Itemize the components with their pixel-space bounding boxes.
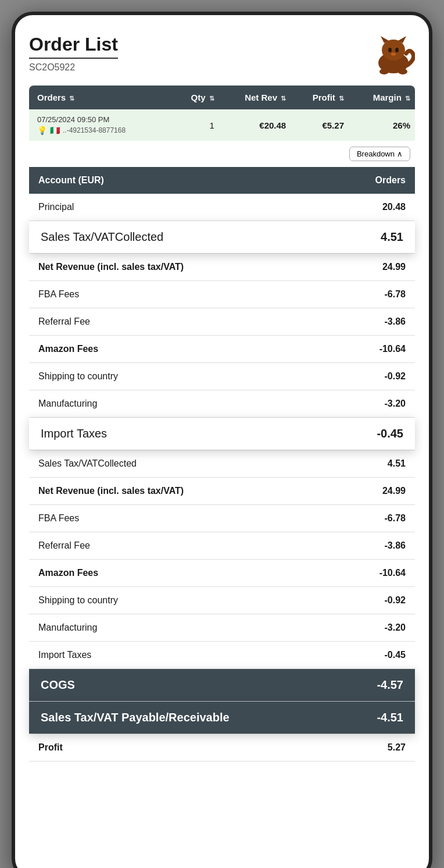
orders-table: Orders ⇅ Qty ⇅ Net Rev ⇅ Profit ⇅ (29, 86, 415, 167)
cat-icon (368, 34, 415, 74)
breakdown-button[interactable]: Breakdown ∧ (349, 147, 410, 161)
breakdown-value: -10.64 (342, 336, 415, 363)
breakdown-value: -4.51 (342, 702, 415, 734)
sort-arrow-orders: ⇅ (69, 95, 74, 102)
list-item: Sales Tax/VATCollected 4.51 (29, 221, 415, 254)
list-item: Sales Tax/VATCollected 4.51 (29, 450, 415, 478)
breakdown-label: Shipping to country (29, 587, 342, 614)
order-info: 07/25/2024 09:50 PM 💡 🇮🇹 ..-4921534-8877… (29, 109, 173, 141)
breakdown-label: Import Taxes (29, 642, 342, 669)
list-item: Import Taxes -0.45 (29, 418, 415, 450)
flag-icon: 🇮🇹 (50, 126, 60, 135)
order-meta: 💡 🇮🇹 ..-4921534-8877168 (37, 126, 168, 135)
breakdown-value: 24.99 (342, 478, 415, 505)
breakdown-label: Profit (29, 734, 342, 762)
breakdown-label: Sales Tax/VATCollected (29, 450, 342, 478)
list-item: Import Taxes -0.45 (29, 642, 415, 669)
svg-point-8 (398, 69, 407, 74)
breakdown-row: Breakdown ∧ (29, 141, 415, 167)
table-row: 07/25/2024 09:50 PM 💡 🇮🇹 ..-4921534-8877… (29, 109, 415, 141)
bulb-icon: 💡 (37, 126, 47, 135)
breakdown-label: FBA Fees (29, 281, 342, 308)
list-item: Shipping to country -0.92 (29, 363, 415, 390)
list-item: FBA Fees -6.78 (29, 281, 415, 308)
breakdown-value: -3.20 (342, 390, 415, 418)
breakdown-table: Account (EUR) Orders Principal 20.48 Sal… (29, 167, 415, 762)
breakdown-value: -0.45 (342, 642, 415, 669)
list-item: FBA Fees -6.78 (29, 505, 415, 532)
breakdown-value: -0.92 (342, 363, 415, 390)
breakdown-value: 24.99 (342, 254, 415, 281)
breakdown-value: -3.86 (342, 532, 415, 560)
phone-frame: Order List SC2O5922 (12, 12, 432, 868)
breakdown-value: -6.78 (342, 505, 415, 532)
sort-arrow-margin: ⇅ (405, 95, 410, 102)
order-profit: €5.27 (291, 109, 349, 141)
breakdown-label: Amazon Fees (29, 336, 342, 363)
sort-arrow-qty: ⇅ (209, 95, 214, 102)
list-item: Sales Tax/VAT Payable/Receivable -4.51 (29, 702, 415, 734)
chevron-up-icon: ∧ (397, 150, 403, 158)
breakdown-value: 5.27 (342, 734, 415, 762)
breakdown-header: Account (EUR) Orders (29, 167, 415, 194)
breakdown-value: 4.51 (342, 221, 415, 254)
breakdown-label: Referral Fee (29, 308, 342, 336)
breakdown-label: Net Revenue (incl. sales tax/VAT) (29, 254, 342, 281)
svg-point-4 (388, 48, 392, 52)
sort-arrow-netrev: ⇅ (281, 95, 286, 102)
list-item: Amazon Fees -10.64 (29, 560, 415, 587)
list-item: Manufacturing -3.20 (29, 390, 415, 418)
header-row: Order List SC2O5922 (29, 34, 415, 83)
order-margin: 26% (349, 109, 415, 141)
breakdown-col-account: Account (EUR) (29, 167, 342, 194)
breakdown-value: -0.45 (342, 418, 415, 450)
breakdown-value: -10.64 (342, 560, 415, 587)
col-profit: Profit ⇅ (291, 86, 349, 109)
breakdown-label: Net Revenue (incl. sales tax/VAT) (29, 478, 342, 505)
breakdown-label: Referral Fee (29, 532, 342, 560)
list-item: Principal 20.48 (29, 194, 415, 221)
orders-table-header: Orders ⇅ Qty ⇅ Net Rev ⇅ Profit ⇅ (29, 86, 415, 109)
list-item: Net Revenue (incl. sales tax/VAT) 24.99 (29, 254, 415, 281)
col-qty: Qty ⇅ (173, 86, 219, 109)
breakdown-value: 4.51 (342, 450, 415, 478)
breakdown-label: Shipping to country (29, 363, 342, 390)
breakdown-value: 20.48 (342, 194, 415, 221)
breakdown-label: Import Taxes (29, 418, 342, 450)
svg-point-6 (391, 53, 396, 56)
phone-number: ..-4921534-8877168 (63, 126, 126, 134)
svg-point-5 (395, 48, 399, 52)
list-item: Profit 5.27 (29, 734, 415, 762)
breakdown-label: Amazon Fees (29, 560, 342, 587)
breakdown-label: Manufacturing (29, 390, 342, 418)
breakdown-value: -6.78 (342, 281, 415, 308)
order-qty: 1 (173, 109, 219, 141)
order-date: 07/25/2024 09:50 PM (37, 115, 168, 124)
col-margin: Margin ⇅ (349, 86, 415, 109)
breakdown-value: -3.20 (342, 614, 415, 642)
breakdown-value: -0.92 (342, 587, 415, 614)
breakdown-label: Principal (29, 194, 342, 221)
col-net-rev: Net Rev ⇅ (219, 86, 291, 109)
list-item: Amazon Fees -10.64 (29, 336, 415, 363)
col-orders: Orders ⇅ (29, 86, 173, 109)
svg-point-7 (379, 69, 389, 74)
list-item: Referral Fee -3.86 (29, 308, 415, 336)
breakdown-label: Sales Tax/VATCollected (29, 221, 342, 254)
list-item: COGS -4.57 (29, 669, 415, 702)
breakdown-label: Manufacturing (29, 614, 342, 642)
breakdown-cell: Breakdown ∧ (29, 141, 415, 167)
list-item: Net Revenue (incl. sales tax/VAT) 24.99 (29, 478, 415, 505)
list-item: Referral Fee -3.86 (29, 532, 415, 560)
svg-point-1 (382, 40, 405, 61)
sort-arrow-profit: ⇅ (339, 95, 344, 102)
page-title: Order List (29, 34, 118, 55)
list-item: Manufacturing -3.20 (29, 614, 415, 642)
breakdown-value: -4.57 (342, 669, 415, 702)
breakdown-col-orders: Orders (342, 167, 415, 194)
breakdown-label: FBA Fees (29, 505, 342, 532)
title-block: Order List SC2O5922 (29, 34, 118, 83)
order-net-rev: €20.48 (219, 109, 291, 141)
breakdown-section: Account (EUR) Orders Principal 20.48 Sal… (29, 167, 415, 762)
list-item: Shipping to country -0.92 (29, 587, 415, 614)
